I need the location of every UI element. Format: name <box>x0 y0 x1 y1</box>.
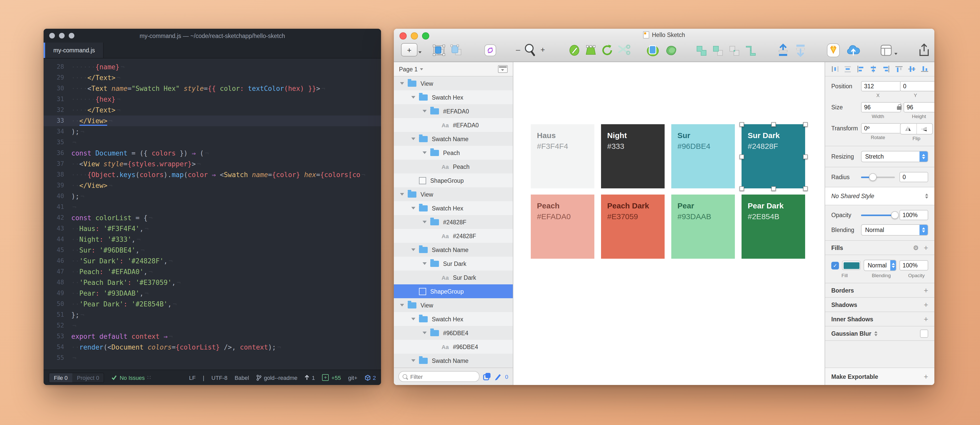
transform-tool-button[interactable] <box>665 44 678 57</box>
disclosure-triangle-icon[interactable] <box>411 318 415 320</box>
union-button[interactable] <box>695 45 708 57</box>
layer-row[interactable]: Swatch Hex <box>394 312 513 326</box>
scissors-tool-button[interactable] <box>617 45 631 56</box>
pages-panel-toggle[interactable] <box>498 65 508 73</box>
selection-handle[interactable] <box>771 122 776 127</box>
layer-row[interactable]: Swatch Hex <box>394 90 513 104</box>
code-line[interactable]: 36const Document = ({ colors }) ⇒ (¬ <box>44 148 381 158</box>
code-line[interactable]: 51};¬ <box>44 310 381 320</box>
disclosure-triangle-icon[interactable] <box>423 152 427 154</box>
opacity-slider-knob[interactable] <box>891 211 899 219</box>
code-line[interactable]: 39··</View>¬ <box>44 180 381 191</box>
position-y-input[interactable] <box>900 81 934 91</box>
disclosure-triangle-icon[interactable] <box>411 359 415 362</box>
subtract-button[interactable] <box>712 45 724 57</box>
layer-row[interactable]: Peach <box>394 146 513 160</box>
insert-shape-button[interactable] <box>585 44 597 56</box>
add-fill-button[interactable]: + <box>924 243 928 252</box>
fill-blending-dropdown[interactable]: Normal <box>864 260 896 271</box>
radius-slider-knob[interactable] <box>869 173 877 181</box>
disclosure-triangle-icon[interactable] <box>400 193 404 196</box>
filter-input[interactable] <box>409 373 476 380</box>
layer-row[interactable]: View <box>394 298 513 312</box>
duplicate-layers-icon[interactable] <box>483 373 491 380</box>
disclosure-triangle-icon[interactable] <box>400 304 404 307</box>
code-line[interactable]: 45··Sur: '#96DBE4',¬ <box>44 245 381 256</box>
code-line[interactable]: 43··Haus: '#F3F4F4',¬ <box>44 223 381 234</box>
zoom-in-button[interactable]: + <box>541 45 545 54</box>
color-swatch-pear[interactable]: Pear#93DAAB <box>671 195 735 259</box>
flip-vertical-button[interactable] <box>916 124 932 134</box>
code-line[interactable]: 31······{hex}¬ <box>44 94 381 105</box>
add-shadow-button[interactable]: + <box>924 300 928 309</box>
project-issues-segment[interactable]: Project 0 <box>72 373 104 382</box>
layer-row[interactable]: Swatch Hex <box>394 201 513 215</box>
cloud-upload-button[interactable] <box>846 44 861 56</box>
pencil-tool-button[interactable] <box>568 44 581 56</box>
code-line[interactable]: 55¬ <box>44 353 381 363</box>
color-swatch-night[interactable]: Night#333 <box>601 124 665 189</box>
zoom-tool-icon[interactable] <box>523 43 536 58</box>
filter-field[interactable] <box>398 371 479 382</box>
distribute-vertical-icon[interactable] <box>844 66 851 72</box>
layer-row[interactable]: Aa#24828F <box>394 229 513 243</box>
share-button[interactable] <box>918 43 930 57</box>
code-editor[interactable]: 28······{name}¬29····</Text>¬30····<Text… <box>44 59 381 369</box>
code-line[interactable]: 50··'Pear Dark': '#2E854B',¬ <box>44 299 381 310</box>
line-ending-indicator[interactable]: LF <box>189 374 196 380</box>
code-line[interactable]: 35¬ <box>44 137 381 148</box>
rotate-tool-button[interactable] <box>601 44 614 56</box>
align-right-icon[interactable] <box>883 66 890 72</box>
code-line[interactable]: 29····</Text>¬ <box>44 72 381 83</box>
sketch-gem-button[interactable] <box>827 43 840 58</box>
color-swatch-peach-dark[interactable]: Peach Dark#E37059 <box>601 195 665 259</box>
opacity-slider[interactable] <box>861 214 895 216</box>
layer-row[interactable]: View <box>394 187 513 201</box>
code-line[interactable]: 40);¬ <box>44 191 381 202</box>
file-issues-segment[interactable]: File 0 <box>49 373 72 382</box>
disclosure-triangle-icon[interactable] <box>423 221 427 223</box>
layer-row[interactable]: View <box>394 77 513 90</box>
selection-handle[interactable] <box>803 186 808 191</box>
code-line[interactable]: 53export default context ⇒¬ <box>44 331 381 342</box>
lock-ratio-icon[interactable] <box>897 106 902 110</box>
add-export-button[interactable]: + <box>924 372 928 381</box>
code-line[interactable]: 34);¬ <box>44 126 381 137</box>
view-toggle-button[interactable] <box>880 44 897 56</box>
selection-handle[interactable] <box>803 122 808 127</box>
no-issues-status[interactable]: No Issues ∷ <box>111 374 151 381</box>
difference-button[interactable] <box>745 45 757 57</box>
layer-row[interactable]: Aa#96DBE4 <box>394 340 513 354</box>
color-swatch-peach[interactable]: Peach#EFADA0 <box>531 195 594 259</box>
layer-row[interactable]: Swatch Name <box>394 354 513 367</box>
code-line[interactable]: 41¬ <box>44 202 381 212</box>
pen-filter-icon[interactable] <box>494 373 501 380</box>
color-swatch-sur-dark[interactable]: Sur Dark#24828F <box>741 124 805 189</box>
code-line[interactable]: 30····<Text name="Swatch Hex" style={{ c… <box>44 83 381 94</box>
selection-handle[interactable] <box>740 186 744 191</box>
insert-button[interactable]: + <box>401 43 422 56</box>
size-height-input[interactable] <box>904 102 934 112</box>
code-line[interactable]: 54··render(<Document colors={colorList} … <box>44 342 381 353</box>
code-line[interactable]: 33··</View>¬ <box>44 115 381 126</box>
code-line[interactable]: 46··'Sur Dark': '#24828F',¬ <box>44 256 381 267</box>
selection-handle[interactable] <box>803 154 808 159</box>
align-top-icon[interactable] <box>896 66 902 72</box>
align-middle-vertical-icon[interactable] <box>908 66 915 72</box>
disclosure-triangle-icon[interactable] <box>411 137 415 140</box>
color-swatch-sur[interactable]: Sur#96DBE4 <box>671 124 735 189</box>
fill-enabled-checkbox[interactable]: ✓ <box>831 262 839 269</box>
fills-settings-icon[interactable]: ⚙ <box>913 244 919 251</box>
position-x-input[interactable] <box>861 81 901 91</box>
selection-handle[interactable] <box>740 154 744 159</box>
code-line[interactable]: 42const colorList = {¬ <box>44 212 381 223</box>
disclosure-triangle-icon[interactable] <box>411 248 415 251</box>
add-inner-shadow-button[interactable]: + <box>924 315 928 323</box>
code-line[interactable]: 48··'Peach Dark': '#E37059',¬ <box>44 277 381 288</box>
resizing-dropdown[interactable]: Stretch <box>861 151 928 162</box>
move-forward-button[interactable] <box>778 44 789 57</box>
ungroup-button[interactable] <box>450 45 463 56</box>
layer-row[interactable]: Sur Dark <box>394 257 513 270</box>
code-line[interactable]: 32····</Text>¬ <box>44 105 381 115</box>
zoom-out-button[interactable]: – <box>516 45 520 54</box>
